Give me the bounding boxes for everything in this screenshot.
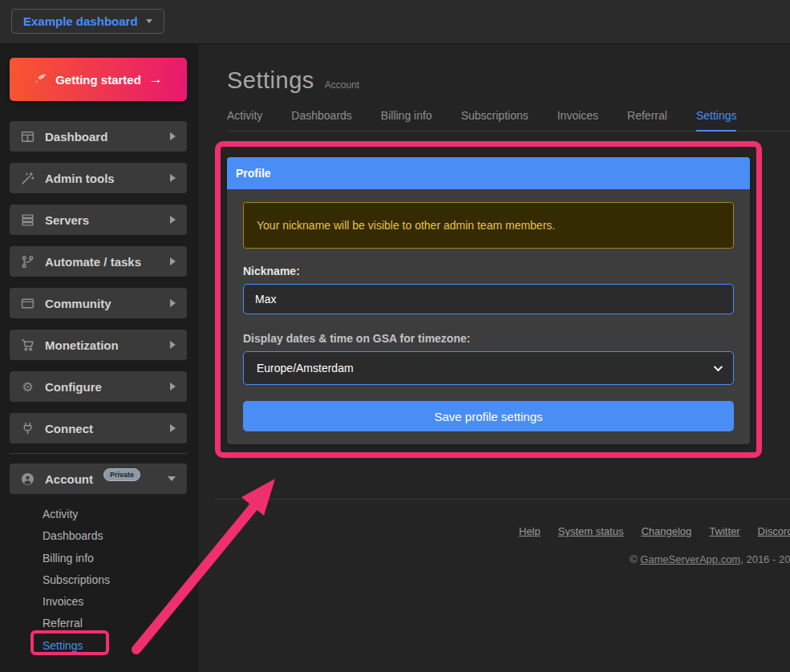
- timezone-label: Display dates & time on GSA for timezone…: [243, 332, 734, 345]
- footer-links: Help System status Changelog Twitter Dis…: [519, 525, 790, 537]
- sidebar-item-label: Configure: [45, 380, 160, 394]
- profile-panel: Profile Your nickname will be visible to…: [227, 157, 750, 444]
- nickname-notice: Your nickname will be visible to other a…: [243, 202, 734, 249]
- chevron-right-icon: [170, 257, 176, 265]
- tab-billing-info[interactable]: Billing info: [381, 109, 432, 122]
- footer-link-help[interactable]: Help: [519, 525, 541, 537]
- server-icon: [21, 213, 34, 227]
- window-icon: [21, 297, 34, 310]
- profile-panel-header: Profile: [227, 157, 750, 189]
- tab-activity[interactable]: Activity: [227, 109, 262, 122]
- copyright-site-link[interactable]: GameServerApp.com: [640, 553, 740, 565]
- dashboard-selector-button[interactable]: Example dashboard: [11, 9, 164, 34]
- copyright: © GameServerApp.com, 2016 - 2022: [630, 553, 790, 565]
- tab-invoices[interactable]: Invoices: [557, 109, 598, 122]
- sidebar-item-admin-tools[interactable]: Admin tools: [10, 163, 187, 193]
- chevron-right-icon: [170, 424, 176, 432]
- rocket-icon: [34, 73, 47, 87]
- page-title: Settings: [227, 67, 314, 94]
- timezone-selected-value: Europe/Amsterdam: [257, 362, 354, 374]
- chevron-right-icon: [170, 341, 176, 349]
- page-subtitle: Account: [325, 79, 359, 91]
- submenu-item-activity[interactable]: Activity: [0, 504, 199, 525]
- submenu-item-subscriptions[interactable]: Subscriptions: [0, 569, 199, 591]
- sidebar-item-label: Account: [45, 472, 93, 486]
- footer-link-changelog[interactable]: Changelog: [641, 525, 691, 537]
- footer-link-system-status[interactable]: System status: [558, 525, 624, 537]
- sidebar-item-servers[interactable]: Servers: [10, 204, 187, 235]
- branch-icon: [21, 255, 34, 269]
- page-header: Settings Account: [227, 67, 359, 94]
- chevron-down-icon: [168, 476, 176, 481]
- sidebar-item-connect[interactable]: Connect: [10, 413, 187, 443]
- footer-link-discord[interactable]: Discord: [758, 525, 790, 537]
- sidebar-item-automate-tasks[interactable]: Automate / tasks: [10, 246, 187, 277]
- wand-icon: [21, 172, 34, 185]
- sidebar-item-account[interactable]: Account Private: [10, 464, 187, 494]
- sidebar-divider: [10, 453, 187, 454]
- submenu-item-referral[interactable]: Referral: [0, 613, 199, 634]
- tab-subscriptions[interactable]: Subscriptions: [461, 109, 529, 122]
- save-profile-button[interactable]: Save profile settings: [243, 401, 734, 431]
- getting-started-label: Getting started: [55, 73, 141, 87]
- sidebar-item-community[interactable]: Community: [10, 288, 187, 318]
- arrow-right-icon: →: [149, 71, 163, 87]
- gear-icon: ⚙: [21, 380, 34, 394]
- chevron-right-icon: [170, 383, 176, 391]
- chevron-down-icon: [714, 362, 723, 371]
- user-icon: [21, 472, 34, 486]
- sidebar-item-label: Connect: [45, 422, 160, 435]
- top-bar: Example dashboard: [0, 0, 790, 44]
- footer-link-twitter[interactable]: Twitter: [709, 525, 739, 537]
- sidebar-item-monetization[interactable]: Monetization: [10, 330, 187, 360]
- copyright-suffix: , 2016 - 2022: [740, 553, 790, 565]
- footer-divider: [215, 499, 790, 500]
- copyright-prefix: ©: [630, 553, 640, 565]
- cart-icon: [21, 338, 34, 352]
- sidebar-item-label: Community: [45, 297, 160, 310]
- submenu-item-billing-info[interactable]: Billing info: [0, 548, 199, 569]
- grid-icon: [21, 130, 34, 144]
- profile-panel-body: Your nickname will be visible to other a…: [227, 189, 750, 444]
- sidebar-menu: Dashboard Admin tools Servers Automate /…: [10, 121, 187, 455]
- timezone-select[interactable]: Europe/Amsterdam: [243, 351, 734, 385]
- chevron-right-icon: [170, 216, 176, 224]
- chevron-down-icon: [146, 19, 152, 23]
- sidebar-item-label: Admin tools: [45, 172, 160, 185]
- sidebar-item-label: Dashboard: [45, 130, 160, 144]
- chevron-right-icon: [170, 174, 176, 182]
- sidebar-item-label: Servers: [45, 213, 160, 227]
- tab-bar: Activity Dashboards Billing info Subscri…: [227, 109, 790, 132]
- tab-settings[interactable]: Settings: [696, 109, 737, 122]
- chevron-right-icon: [170, 299, 176, 307]
- nickname-label: Nickname:: [243, 265, 734, 277]
- sidebar-item-dashboard[interactable]: Dashboard: [10, 121, 187, 152]
- chevron-right-icon: [170, 132, 176, 140]
- nickname-input[interactable]: [243, 284, 734, 314]
- sidebar-item-configure[interactable]: ⚙ Configure: [10, 371, 187, 402]
- private-badge: Private: [103, 468, 140, 481]
- getting-started-button[interactable]: Getting started →: [10, 58, 187, 101]
- submenu-item-settings[interactable]: Settings: [0, 635, 199, 657]
- sidebar-item-label: Monetization: [45, 338, 160, 352]
- dashboard-selector-label: Example dashboard: [23, 14, 138, 28]
- submenu-item-invoices[interactable]: Invoices: [0, 591, 199, 613]
- sidebar: Getting started → Dashboard Admin tools …: [0, 44, 199, 672]
- sidebar-item-label: Automate / tasks: [45, 255, 160, 269]
- tab-referral[interactable]: Referral: [627, 109, 667, 122]
- tab-dashboards[interactable]: Dashboards: [291, 109, 352, 122]
- account-submenu: Activity Dashboards Billing info Subscri…: [0, 504, 199, 657]
- plug-icon: [21, 422, 34, 435]
- submenu-item-dashboards[interactable]: Dashboards: [0, 525, 199, 547]
